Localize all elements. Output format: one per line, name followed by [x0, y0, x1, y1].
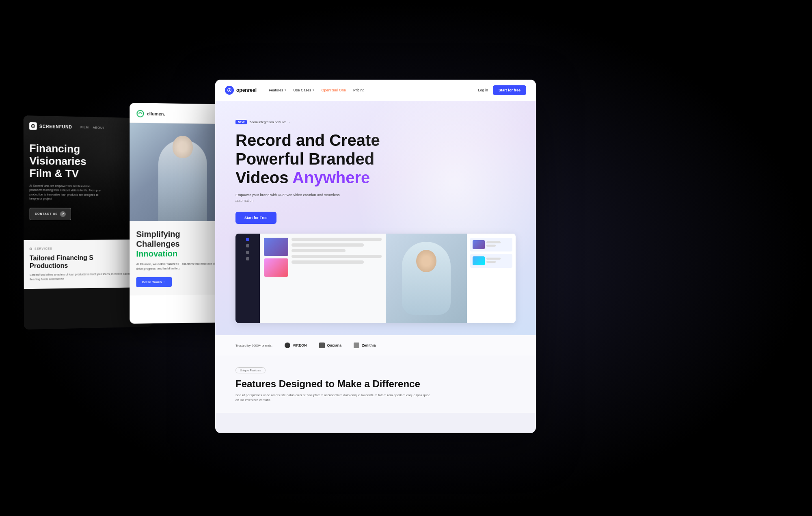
openreel-content-bar-1: [292, 238, 382, 241]
openreel-sidebar-dot-2: [246, 244, 249, 247]
openreel-video-thumb-1: [264, 238, 288, 256]
openreel-nav-right: Log in Start for free: [478, 85, 526, 95]
ellumen-cta-label: Get In Touch →: [142, 280, 166, 284]
openreel-subtext: Empower your brand with AI-driven video …: [235, 193, 349, 204]
openreel-brand-zenithia: Zenithia: [354, 343, 376, 348]
openreel-content-bar-2: [292, 243, 364, 247]
openreel-sidebar-dot-1: [246, 238, 249, 241]
openreel-brand-vireon-icon: [285, 343, 290, 348]
screenfund-cta-arrow-icon: ↗: [60, 211, 66, 217]
ellumen-headline-highlight: Innovation: [136, 249, 177, 258]
screenfund-logo-icon: [29, 122, 37, 130]
openreel-thumbnails: [264, 238, 288, 274]
ellumen-headline-line2: Challenges: [136, 239, 179, 248]
openreel-brand-vireon: VIREON: [285, 343, 307, 348]
ellumen-desc: At Ellumen, we deliver tailored IT solut…: [136, 261, 229, 271]
openreel-features-title: Features Designed to Make a Difference: [235, 378, 516, 390]
openreel-badge: New Zoom integration now live →: [235, 120, 291, 124]
screenfund-title-line2: Visionaries: [29, 154, 86, 167]
openreel-nav-links: Features ▾ Use Cases ▾ OpenReel One Pric…: [269, 88, 470, 92]
openreel-nav-pricing[interactable]: Pricing: [353, 88, 365, 92]
openreel-signup-button[interactable]: Start for free: [493, 85, 526, 95]
openreel-brand-quixana: Quixana: [319, 343, 342, 348]
openreel-main-area: [260, 234, 386, 323]
openreel-trusted-text: Trusted by 2000+ brands:: [235, 344, 272, 347]
openreel-dashboard-inner: [235, 234, 516, 323]
openreel-panel-item-1: [470, 238, 512, 251]
openreel-brand-zenithia-icon: [354, 343, 359, 348]
screenfund-cta-label: CONTACT US: [35, 212, 58, 215]
openreel-panel-content-1: [486, 241, 510, 248]
openreel-content-bar-4: [292, 255, 382, 258]
screenfund-hero-desc: At ScreenFund, we empower film and telev…: [29, 184, 103, 202]
openreel-brand-vireon-label: VIREON: [293, 343, 307, 347]
ellumen-portrait-head: [173, 136, 193, 158]
openreel-content-area: [292, 238, 382, 274]
openreel-logo-text: openreel: [236, 87, 257, 93]
openreel-sidebar-dot-3: [246, 251, 249, 254]
openreel-brand-zenithia-label: Zenithia: [362, 343, 376, 347]
openreel-main-top: [264, 238, 382, 274]
screenfund-services-dot: [30, 247, 32, 250]
openreel-brand-quixana-label: Quixana: [327, 343, 342, 347]
openreel-panel-line-1: [486, 241, 501, 243]
openreel-sidebar-mini: [235, 234, 260, 323]
svg-point-2: [137, 111, 143, 117]
ellumen-logo: ellumen.: [136, 109, 229, 119]
openreel-right-panel: [467, 234, 516, 323]
openreel-person-figure: [402, 242, 451, 315]
cards-container: SCREENFUND FILM ABOUT Financing Visionar…: [0, 0, 812, 516]
screenfund-logo-text: SCREENFUND: [39, 124, 72, 129]
openreel-content-bar-3: [292, 249, 346, 252]
ellumen-logo-text: ellumen.: [147, 111, 165, 117]
openreel-badge-new: New: [235, 120, 247, 124]
screenfund-nav-about[interactable]: ABOUT: [93, 126, 105, 130]
openreel-nav-features[interactable]: Features ▾: [269, 88, 286, 92]
ellumen-headline: Simplifying Challenges Innovation: [136, 229, 229, 259]
screenfund-title-line1: Financing: [29, 142, 80, 155]
ellumen-headline-line1: Simplifying: [136, 230, 180, 238]
openreel-headline-line3: Videos: [235, 169, 292, 186]
openreel-nav: openreel Features ▾ Use Cases ▾ OpenReel…: [215, 80, 536, 101]
openreel-features-desc: Sed ut perspiciatis unde omnis iste natu…: [235, 393, 430, 403]
openreel-headline-line2: Powerful Branded: [235, 150, 374, 168]
openreel-features-badge: Unique Features: [235, 367, 266, 373]
openreel-features-section: Unique Features Features Designed to Mak…: [215, 356, 536, 413]
openreel-headline-line1: Record and Create: [235, 131, 380, 149]
openreel-panel-thumb-1: [473, 240, 485, 249]
openreel-panel-item-2: [470, 254, 512, 268]
openreel-brand-quixana-icon: [319, 343, 325, 348]
screenfund-nav-film[interactable]: FILM: [80, 125, 89, 129]
openreel-portrait-area: [386, 234, 467, 323]
openreel-headline: Record and Create Powerful Branded Video…: [235, 131, 390, 187]
openreel-hero: New Zoom integration now live → Record a…: [215, 101, 536, 335]
screenfund-title-line3: Film & TV: [29, 167, 79, 180]
screenfund-services-text: SERVICES: [35, 247, 52, 250]
openreel-panel-line-2: [486, 245, 496, 247]
openreel-panel-line-3: [486, 258, 501, 260]
openreel-panel-thumb-2: [473, 256, 485, 265]
openreel-badge-text[interactable]: Zoom integration now live →: [249, 120, 290, 124]
openreel-logo-icon: [225, 86, 234, 95]
openreel-sidebar-dot-4: [246, 257, 249, 260]
openreel-panel-line-4: [486, 261, 496, 263]
openreel-headline-anywhere: Anywhere: [292, 169, 370, 186]
openreel-content-bar-5: [292, 260, 364, 264]
svg-marker-1: [32, 125, 34, 127]
openreel-panel-content-2: [486, 258, 510, 264]
screenfund-nav-links: FILM ABOUT: [80, 125, 105, 129]
openreel-dashboard-preview: Share Record Export: [235, 234, 516, 323]
ellumen-cta-button[interactable]: Get In Touch →: [136, 277, 171, 287]
openreel-logo: openreel: [225, 86, 257, 95]
openreel-cta-button[interactable]: Start for Free: [235, 212, 276, 224]
openreel-trusted-section: Trusted by 2000+ brands: VIREON Quixana …: [215, 335, 536, 356]
openreel-nav-one[interactable]: OpenReel One: [322, 88, 346, 92]
svg-point-4: [229, 89, 230, 91]
openreel-login-button[interactable]: Log in: [478, 88, 488, 92]
openreel-video-thumb-2: [264, 258, 288, 277]
screenfund-logo: SCREENFUND: [29, 122, 72, 131]
screenfund-cta-button[interactable]: CONTACT US ↗: [30, 208, 71, 220]
openreel-card: openreel Features ▾ Use Cases ▾ OpenReel…: [215, 80, 536, 433]
ellumen-logo-icon: [136, 109, 144, 117]
openreel-nav-usecases[interactable]: Use Cases ▾: [294, 88, 314, 92]
